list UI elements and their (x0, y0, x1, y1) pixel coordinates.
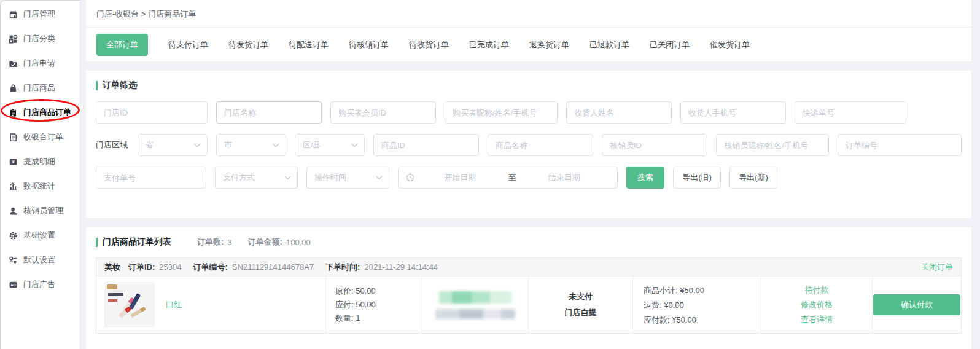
person-icon (9, 206, 18, 216)
tracking-number-input[interactable] (795, 101, 906, 124)
sidebar-item-label: 默认设置 (23, 254, 55, 265)
sidebar-item-label: 门店管理 (23, 9, 55, 20)
svg-text:AD: AD (10, 283, 16, 286)
shopping-bag-icon (9, 84, 18, 93)
sidebar-item-label: 门店商品订单 (23, 107, 71, 118)
region-label: 门店区域 (96, 139, 129, 151)
tab-return-exchange[interactable]: 退换货订单 (529, 39, 569, 50)
order-id-value: 25304 (159, 262, 181, 272)
operation-time-select[interactable]: 操作时间 (306, 167, 389, 189)
store-id-input[interactable] (96, 101, 208, 124)
shipping-fee-line: 运费: ¥0.00 (644, 298, 761, 313)
tab-refunded[interactable]: 已退款订单 (589, 39, 629, 50)
sidebar-item-store-ads[interactable]: AD 门店广告 (1, 272, 80, 297)
sidebar-item-store-apply[interactable]: 门店申请 (1, 51, 80, 76)
buyer-member-id-input[interactable] (330, 101, 436, 124)
tab-pending-receipt[interactable]: 待收货订单 (409, 39, 449, 50)
sidebar-item-commission-detail[interactable]: ¥ 提成明细 (1, 149, 80, 174)
sliders-icon (9, 256, 18, 265)
payment-status: 未支付 (569, 291, 593, 302)
storefront-icon (9, 10, 18, 19)
store-name-input[interactable] (216, 101, 322, 124)
totals-cell: 商品小计: ¥50.00 运费: ¥0.00 应付款: ¥50.00 (632, 276, 761, 333)
order-sn-label: 订单编号: (193, 262, 228, 273)
order-amount: 订单金额: 100.00 (248, 237, 311, 248)
city-select[interactable]: 市 (216, 134, 286, 156)
chevron-down-icon (351, 143, 358, 147)
status-cell: 未支付 门店自提 (528, 276, 632, 333)
buyer-nickname-input[interactable] (445, 101, 558, 124)
end-date-placeholder[interactable]: 结束日期 (519, 172, 610, 183)
product-image-text-line (108, 293, 123, 296)
consignee-phone-input[interactable] (680, 101, 786, 124)
actions-cell: 待付款 修改价格 查看详情 (761, 276, 872, 333)
sidebar-item-label: 门店申请 (23, 58, 55, 69)
order-category: 美妆 (104, 262, 120, 273)
order-time-label: 下单时间: (325, 262, 360, 273)
export-new-button[interactable]: 导出(新) (729, 167, 777, 189)
sidebar-item-store-goods[interactable]: 门店商品 (1, 76, 80, 100)
district-select[interactable]: 区/县 (295, 134, 365, 156)
view-details-link[interactable]: 查看详情 (801, 314, 833, 325)
product-name-link[interactable]: 口红 (166, 299, 182, 310)
bar-chart-icon (9, 182, 18, 191)
search-button[interactable]: 搜索 (626, 167, 664, 189)
start-date-placeholder[interactable]: 开始日期 (414, 172, 506, 183)
tab-pending-shipment[interactable]: 待发货订单 (228, 39, 268, 50)
sidebar-item-data-statistics[interactable]: 数据统计 (1, 174, 80, 198)
sidebar-item-cashier-orders[interactable]: 收银台订单 (1, 125, 80, 149)
sidebar-item-store-goods-orders[interactable]: 门店商品订单 (1, 100, 80, 125)
order-sn-value: SN21112914144678A7 (232, 262, 314, 272)
order-stats: 订单数: 3 订单金额: 100.00 (197, 237, 311, 248)
product-cell: 口红 (96, 276, 325, 333)
tab-closed[interactable]: 已关闭订单 (650, 39, 690, 50)
sidebar-item-default-settings[interactable]: 默认设置 (1, 248, 80, 272)
date-range-separator: 至 (506, 172, 519, 183)
province-select[interactable]: 省 (138, 134, 208, 156)
tab-completed[interactable]: 已完成订单 (469, 39, 509, 50)
product-image-subtext-line (108, 299, 117, 302)
tab-urge-shipment[interactable]: 催发货订单 (710, 39, 750, 50)
sidebar-item-store-manage[interactable]: 门店管理 (1, 2, 80, 26)
chevron-down-icon (284, 176, 291, 180)
filter-card: 订单筛选 门店区域 省 市 区/县 (86, 71, 971, 218)
tab-all-orders[interactable]: 全部订单 (96, 34, 148, 56)
filter-row-1 (96, 101, 962, 124)
confirm-payment-button[interactable]: 确认付款 (873, 294, 960, 315)
goods-id-input[interactable] (373, 134, 479, 156)
sidebar-item-label: 收银台订单 (23, 131, 63, 143)
main-content: 门店-收银台 > 门店商品订单 全部订单 待支付订单 待发货订单 待配送订单 待… (81, 0, 980, 349)
payable-price-line: 应付: 50.00 (335, 298, 422, 312)
verifier-nickname-input[interactable] (716, 134, 829, 156)
tab-pending-delivery[interactable]: 待配送订单 (289, 39, 329, 50)
close-order-link[interactable]: 关闭订单 (921, 262, 953, 273)
filter-row-2: 门店区域 省 市 区/县 (96, 134, 962, 156)
payment-no-input[interactable] (96, 167, 206, 189)
header-card: 门店-收银台 > 门店商品订单 全部订单 待支付订单 待发货订单 待配送订单 待… (86, 0, 971, 61)
sidebar-item-verifier-manage[interactable]: 核销员管理 (1, 198, 80, 223)
sidebar-item-store-category[interactable]: 门店分类 (1, 26, 80, 51)
order-sn-input[interactable] (838, 134, 962, 156)
sidebar-item-label: 数据统计 (23, 181, 55, 192)
sidebar-item-label: 核销员管理 (23, 205, 63, 216)
modify-price-link[interactable]: 修改价格 (801, 299, 833, 310)
sidebar-item-label: 提成明细 (23, 156, 55, 167)
date-range-picker[interactable]: 开始日期 至 结束日期 (398, 167, 618, 189)
goods-name-input[interactable] (488, 134, 593, 156)
pending-payment-status-link[interactable]: 待付款 (805, 284, 829, 296)
buyer-cell (422, 276, 528, 333)
verifier-id-input[interactable] (602, 134, 707, 156)
tab-pending-payment[interactable]: 待支付订单 (168, 39, 208, 50)
sidebar-item-label: 基础设置 (23, 230, 55, 241)
section-accent-bar (96, 81, 98, 90)
order-list-card: 门店商品订单列表 订单数: 3 订单金额: 100.00 美妆 订单ID: 25… (86, 227, 971, 349)
order-id-label: 订单ID: (128, 262, 155, 273)
original-price-line: 原价: 50.00 (335, 284, 422, 298)
export-old-button[interactable]: 导出(旧) (673, 167, 721, 189)
order-header: 美妆 订单ID: 25304 订单编号: SN21112914144678A7 … (96, 258, 961, 276)
payment-method-select[interactable]: 支付方式 (215, 167, 298, 189)
sidebar-item-basic-settings[interactable]: 基础设置 (1, 223, 80, 248)
gear-icon (9, 231, 18, 240)
tab-pending-verification[interactable]: 待核销订单 (349, 39, 389, 50)
consignee-name-input[interactable] (566, 101, 672, 124)
